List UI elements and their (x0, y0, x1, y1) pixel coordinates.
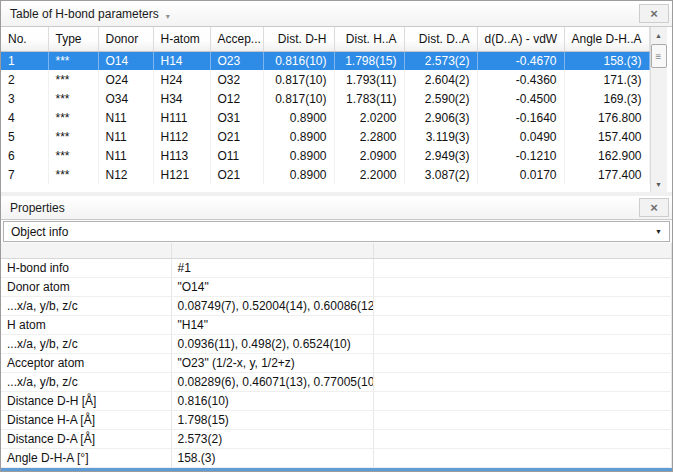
property-row[interactable]: Acceptor atom"O23" (1/2-x, y, 1/2+z) (1, 353, 672, 372)
hbond-cell[interactable]: 0.8900 (263, 165, 334, 184)
hbond-cell[interactable]: -0.1210 (477, 146, 564, 165)
hbond-cell[interactable]: O11 (210, 146, 263, 165)
property-value[interactable]: 1.798(15) (171, 410, 373, 429)
hbond-cell[interactable]: 158.(3) (564, 51, 649, 70)
property-value[interactable]: "O14" (171, 277, 373, 296)
hbond-cell[interactable]: 171.(3) (564, 70, 649, 89)
hbond-column-header[interactable]: Dist. H..A (334, 27, 404, 51)
hbond-cell[interactable]: -0.4670 (477, 51, 564, 70)
property-value[interactable]: 0.816(10) (171, 391, 373, 410)
hbond-cell[interactable]: H24 (153, 70, 210, 89)
hbond-cell[interactable]: 2.949(3) (404, 146, 477, 165)
hbond-cell[interactable]: 0.8900 (263, 127, 334, 146)
chevron-down-icon[interactable]: ▼ (655, 228, 662, 235)
property-value[interactable]: 0.0936(11), 0.498(2), 0.6524(10) (171, 334, 373, 353)
hbond-cell[interactable]: 177.400 (564, 165, 649, 184)
object-info-combobox[interactable]: Object info ▼ (3, 221, 670, 242)
hbond-cell[interactable]: 1 (1, 51, 48, 70)
hbond-cell[interactable]: O31 (210, 108, 263, 127)
hbond-cell[interactable]: *** (48, 127, 98, 146)
property-value[interactable]: "H14" (171, 315, 373, 334)
properties-panel-titlebar[interactable]: Properties × (1, 196, 672, 220)
hbond-cell[interactable]: N11 (98, 146, 153, 165)
hbond-cell[interactable]: *** (48, 146, 98, 165)
property-row[interactable]: H-bond info#1 (1, 258, 672, 277)
hbond-cell[interactable]: 0.816(10) (263, 51, 334, 70)
hbond-cell[interactable]: *** (48, 51, 98, 70)
hbond-cell[interactable]: O23 (210, 51, 263, 70)
hbond-column-header[interactable]: No. (1, 27, 48, 51)
hbond-cell[interactable]: 162.900 (564, 146, 649, 165)
property-value[interactable]: 0.08749(7), 0.52004(14), 0.60086(12) (171, 296, 373, 315)
hbond-column-header[interactable]: Angle D-H..A (564, 27, 649, 51)
hbond-cell[interactable]: *** (48, 89, 98, 108)
hbond-cell[interactable]: 0.817(10) (263, 70, 334, 89)
hbond-cell[interactable]: 2 (1, 70, 48, 89)
hbond-cell[interactable]: O21 (210, 165, 263, 184)
hbond-cell[interactable]: 1.783(11) (334, 89, 404, 108)
hbond-cell[interactable]: H14 (153, 51, 210, 70)
hbond-cell[interactable]: H34 (153, 89, 210, 108)
hbond-cell[interactable]: 2.573(2) (404, 51, 477, 70)
hbond-cell[interactable]: -0.1640 (477, 108, 564, 127)
hbond-row[interactable]: 3***O34H34O120.817(10)1.783(11)2.590(2)-… (1, 89, 649, 108)
hbond-cell[interactable]: O14 (98, 51, 153, 70)
hbond-cell[interactable]: O32 (210, 70, 263, 89)
hbond-cell[interactable]: 2.906(3) (404, 108, 477, 127)
hbond-cell[interactable]: *** (48, 108, 98, 127)
hbond-cell[interactable]: 169.(3) (564, 89, 649, 108)
hbond-cell[interactable]: *** (48, 70, 98, 89)
hbond-cell[interactable]: N11 (98, 127, 153, 146)
property-row[interactable]: Donor atom"O14" (1, 277, 672, 296)
hbond-column-header[interactable]: Accep... (210, 27, 263, 51)
hbond-row[interactable]: 4***N11H111O310.89002.02002.906(3)-0.164… (1, 108, 649, 127)
hbond-cell[interactable]: 5 (1, 127, 48, 146)
property-row[interactable]: ...x/a, y/b, z/c0.08749(7), 0.52004(14),… (1, 296, 672, 315)
hbond-cell[interactable]: 2.2800 (334, 127, 404, 146)
hbond-cell[interactable]: H121 (153, 165, 210, 184)
hbond-row[interactable]: 7***N12H121O210.89002.20003.087(2)0.0170… (1, 165, 649, 184)
hbond-cell[interactable]: H111 (153, 108, 210, 127)
hbond-cell[interactable]: 157.400 (564, 127, 649, 146)
hbond-cell[interactable]: 0.0170 (477, 165, 564, 184)
hbond-column-header[interactable]: Dist. D..A (404, 27, 477, 51)
hbond-cell[interactable]: 0.0490 (477, 127, 564, 146)
hbond-cell[interactable]: 4 (1, 108, 48, 127)
hbond-panel-titlebar[interactable]: Table of H-bond parameters ▾ × (1, 1, 672, 27)
hbond-column-header[interactable]: H-atom (153, 27, 210, 51)
hbond-cell[interactable]: 0.8900 (263, 146, 334, 165)
hbond-cell[interactable]: 2.590(2) (404, 89, 477, 108)
hbond-row[interactable]: 2***O24H24O320.817(10)1.793(11)2.604(2)-… (1, 70, 649, 89)
property-row[interactable]: Distance D-A [Å]2.573(2) (1, 429, 672, 448)
hbond-cell[interactable]: 176.800 (564, 108, 649, 127)
hbond-cell[interactable]: -0.4360 (477, 70, 564, 89)
hbond-cell[interactable]: H112 (153, 127, 210, 146)
hbond-cell[interactable]: 0.8900 (263, 108, 334, 127)
property-row[interactable]: H atom"H14" (1, 315, 672, 334)
hbond-row[interactable]: 1***O14H14O230.816(10)1.798(15)2.573(2)-… (1, 51, 649, 70)
hbond-cell[interactable]: 0.817(10) (263, 89, 334, 108)
hbond-row[interactable]: 5***N11H112O210.89002.28003.119(3)0.0490… (1, 127, 649, 146)
hbond-cell[interactable]: 1.793(11) (334, 70, 404, 89)
property-value[interactable]: 2.573(2) (171, 429, 373, 448)
property-row[interactable]: ...x/a, y/b, z/c0.0936(11), 0.498(2), 0.… (1, 334, 672, 353)
hbond-cell[interactable]: 6 (1, 146, 48, 165)
hbond-row[interactable]: 6***N11H113O110.89002.09002.949(3)-0.121… (1, 146, 649, 165)
hbond-cell[interactable]: 7 (1, 165, 48, 184)
hbond-cell[interactable]: O21 (210, 127, 263, 146)
hbond-column-header[interactable]: d(D..A) - vdW (477, 27, 564, 51)
hbond-column-header[interactable]: Donor (98, 27, 153, 51)
property-row[interactable]: ...x/a, y/b, z/c0.08289(6), 0.46071(13),… (1, 372, 672, 391)
hbond-cell[interactable]: N12 (98, 165, 153, 184)
hbond-cell[interactable]: 2.2000 (334, 165, 404, 184)
hbond-cell[interactable]: N11 (98, 108, 153, 127)
hbond-cell[interactable]: 2.604(2) (404, 70, 477, 89)
property-value[interactable]: 0.08289(6), 0.46071(13), 0.77005(10) (171, 372, 373, 391)
properties-panel-close-button[interactable]: × (639, 198, 669, 217)
hbond-cell[interactable]: 3 (1, 89, 48, 108)
property-row[interactable]: Angle D-H-A [°]158.(3) (1, 448, 672, 467)
scrollbar-thumb[interactable]: ≡ (651, 44, 667, 68)
hbond-cell[interactable]: H113 (153, 146, 210, 165)
property-row[interactable]: Distance D-H [Å]0.816(10) (1, 391, 672, 410)
hbond-cell[interactable]: 1.798(15) (334, 51, 404, 70)
